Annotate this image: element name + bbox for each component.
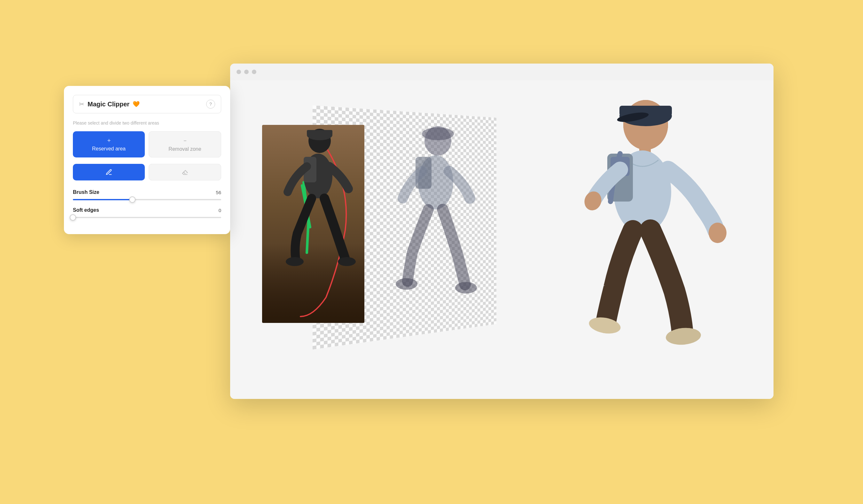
reserved-area-icon: ＋ — [106, 137, 112, 144]
panel-header-left: ✂ Magic Clipper 🧡 — [79, 100, 140, 108]
soft-edges-thumb[interactable] — [70, 214, 76, 221]
soft-edges-section: Soft edges 0 — [73, 207, 221, 218]
brush-size-value: 56 — [216, 190, 221, 195]
tool-buttons — [73, 164, 221, 180]
removal-zone-label: Removal zone — [168, 146, 201, 152]
brush-size-fill — [73, 199, 132, 200]
brush-tool-button[interactable] — [73, 164, 145, 180]
reserved-area-label: Reserved area — [92, 146, 126, 152]
browser-dot-1 — [237, 69, 241, 74]
browser-dot-3 — [252, 69, 257, 74]
heart-icon: 🧡 — [133, 101, 140, 108]
person-large-cutout — [492, 83, 774, 371]
help-button[interactable]: ? — [206, 100, 215, 108]
panel-header: ✂ Magic Clipper 🧡 ? — [73, 95, 221, 113]
soft-edges-track[interactable] — [73, 217, 221, 218]
browser-dot-2 — [244, 69, 249, 74]
soft-edges-value: 0 — [218, 208, 221, 213]
browser-window — [230, 64, 774, 399]
panel-title: Magic Clipper — [88, 101, 129, 108]
brush-size-header: Brush Size 56 — [73, 190, 221, 195]
svg-point-5 — [338, 257, 356, 266]
scene: ✂ Magic Clipper 🧡 ? Please select and di… — [64, 44, 799, 460]
mode-buttons: ＋ Reserved area － Removal zone — [73, 131, 221, 157]
svg-point-11 — [455, 282, 477, 294]
canvas-area — [243, 93, 761, 386]
svg-point-22 — [709, 223, 726, 243]
brush-size-label: Brush Size — [73, 190, 99, 195]
brush-size-track[interactable] — [73, 199, 221, 200]
svg-point-26 — [665, 326, 702, 346]
svg-point-12 — [396, 278, 417, 290]
brush-size-section: Brush Size 56 — [73, 190, 221, 200]
removal-zone-icon: － — [182, 137, 188, 144]
soft-edges-label: Soft edges — [73, 207, 99, 213]
svg-point-6 — [286, 257, 304, 266]
person-extracted — [377, 112, 499, 336]
reserved-area-button[interactable]: ＋ Reserved area — [73, 131, 145, 157]
panel: ✂ Magic Clipper 🧡 ? Please select and di… — [64, 86, 230, 234]
panel-subtitle: Please select and divide two different a… — [73, 120, 221, 126]
eraser-icon — [182, 169, 189, 176]
svg-point-8 — [422, 127, 454, 140]
scissors-icon: ✂ — [79, 100, 84, 108]
eraser-tool-button[interactable] — [149, 164, 221, 180]
svg-rect-2 — [307, 130, 333, 135]
browser-content — [230, 80, 774, 399]
person-silhouette-original — [275, 118, 364, 310]
soft-edges-header: Soft edges 0 — [73, 207, 221, 213]
brush-icon — [105, 169, 113, 176]
browser-titlebar — [230, 64, 774, 80]
removal-zone-button[interactable]: － Removal zone — [149, 131, 221, 157]
brush-size-thumb[interactable] — [129, 196, 136, 203]
